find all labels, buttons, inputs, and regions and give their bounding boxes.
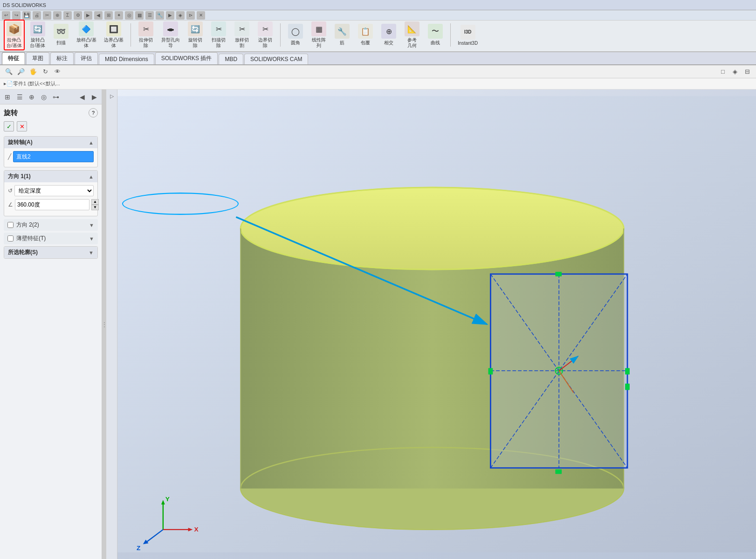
panel-icon-tree[interactable]: ⊞	[2, 91, 13, 103]
rotation-axis-header[interactable]: 旋转轴(A) ▲	[4, 137, 97, 148]
revolve-cut-button[interactable]: 🔄 旋转切除	[185, 20, 206, 50]
panel-icon-list[interactable]: ☰	[14, 91, 25, 103]
angle-input[interactable]	[15, 199, 89, 210]
axis-line-icon: ╱	[8, 153, 11, 160]
tb-icon-12[interactable]: ✦	[115, 11, 123, 20]
boundary-cut-icon: ✂	[258, 21, 273, 36]
thin-feature-row[interactable]: 薄壁特征(T) ▼	[4, 233, 98, 244]
linear-pattern-button[interactable]: ▦ 线性阵列	[309, 20, 329, 50]
angle-increment-btn[interactable]: ▲	[91, 199, 99, 205]
pan-btn[interactable]: 🖐	[28, 67, 38, 77]
wrap-icon: 📋	[358, 24, 373, 39]
axis-input[interactable]	[13, 151, 94, 162]
direction2-row[interactable]: 方向 2(2) ▼	[4, 219, 98, 231]
toolbar-main-row: 📦 拉伸凸台/基体 🔄 旋转凸台/基体 ➿ 扫描 🔷 放样凸/基体 🔲 边界凸/…	[0, 21, 756, 49]
boundary-cut-button[interactable]: ✂ 边界切除	[255, 20, 275, 50]
tab-sketch[interactable]: 草图	[26, 52, 49, 64]
confirm-button[interactable]: ✓	[4, 121, 14, 131]
sweep-button[interactable]: ➿ 扫描	[51, 22, 71, 48]
tb-icon-7[interactable]: Σ	[63, 11, 72, 20]
side-icon-1[interactable]: ▷	[107, 91, 117, 101]
rib-icon: 🔧	[335, 24, 350, 39]
tb-icon-4[interactable]: 🖨	[33, 11, 41, 20]
toolbar-row1: ↩ ↪ 💾 🖨 ✂ ⊕ Σ ⚙ ▶ ◀ ⊞ ✦ ◎ ▦ ☰ 🔧 ▶ ◈ ⊳ ✕	[0, 10, 756, 21]
tb-icon-3[interactable]: 💾	[22, 11, 31, 20]
lofted-cut-button[interactable]: ✂ 放样切割	[232, 20, 252, 50]
instant3d-button[interactable]: I3D Instant3D	[455, 23, 480, 47]
viewport[interactable]: Rev	[117, 90, 756, 559]
curves-button[interactable]: 〜 曲线	[425, 22, 446, 48]
tb-icon-13[interactable]: ◎	[125, 11, 133, 20]
display-btn[interactable]: ◈	[730, 67, 740, 77]
tb-icon-8[interactable]: ⚙	[74, 11, 82, 20]
viewport-svg: Y X Z	[117, 90, 756, 559]
search-icon-btn[interactable]: 🔍	[4, 67, 14, 77]
panel-icon-view[interactable]: ◎	[38, 91, 49, 103]
tb-icon-2[interactable]: ↪	[12, 11, 21, 20]
tab-features[interactable]: 特征	[2, 52, 25, 64]
tab-evaluate[interactable]: 评估	[75, 52, 98, 64]
zoom-btn[interactable]: 🔎	[16, 67, 26, 77]
svg-text:Y: Y	[165, 496, 170, 503]
fillet-button[interactable]: ◯ 圆角	[285, 22, 306, 48]
side-panel-icons: ▷	[106, 90, 117, 559]
reference-geometry-label: 参考几何	[407, 37, 417, 48]
tb-icon-11[interactable]: ⊞	[104, 11, 113, 20]
extrude-boss-button[interactable]: 📦 拉伸凸台/基体	[4, 20, 25, 50]
direction1-header[interactable]: 方向 1(1) ▲	[4, 171, 97, 182]
tb-icon-18[interactable]: ◈	[176, 11, 185, 20]
rotate-panel: 旋转 ? ✓ ✕ 旋转轴(A) ▲ ╱	[0, 104, 102, 263]
view-mode-btn[interactable]: □	[718, 67, 728, 77]
tb-icon-5[interactable]: ✂	[43, 11, 51, 20]
tb-icon-10[interactable]: ◀	[94, 11, 103, 20]
hole-wizard-button[interactable]: 🕳 异型孔向导	[159, 20, 182, 50]
cancel-button[interactable]: ✕	[17, 121, 27, 131]
revolve-boss-button[interactable]: 🔄 旋转凸台/基体	[27, 20, 48, 50]
tb-icon-19[interactable]: ⊳	[186, 11, 195, 20]
tb-icon-17[interactable]: ▶	[166, 11, 174, 20]
depth-select[interactable]: 给定深度 两侧对称 成形到顶点	[14, 185, 94, 196]
toolbar-area: ↩ ↪ 💾 🖨 ✂ ⊕ Σ ⚙ ▶ ◀ ⊞ ✦ ◎ ▦ ☰ 🔧 ▶ ◈ ⊳ ✕ …	[0, 10, 756, 52]
tab-solidworks-addins[interactable]: SOLIDWORKS 插件	[155, 52, 218, 64]
rib-button[interactable]: 🔧 筋	[332, 22, 352, 48]
tb-icon-6[interactable]: ⊕	[53, 11, 62, 20]
tb-icon-1[interactable]: ↩	[2, 11, 10, 20]
section-view-btn[interactable]: ⊟	[742, 67, 752, 77]
intersect-button[interactable]: ⊕ 相交	[378, 22, 399, 48]
tab-mbd-dimensions[interactable]: MBD Dimensions	[99, 54, 154, 64]
tab-solidworks-cam[interactable]: SOLIDWORKS CAM	[244, 54, 308, 64]
direction2-checkbox[interactable]	[7, 222, 14, 228]
tab-mbd[interactable]: MBD	[219, 54, 243, 64]
panel-icon-settings[interactable]: ⊶	[50, 91, 62, 103]
panel-icon-prev[interactable]: ◀	[76, 91, 88, 103]
panel-icon-add[interactable]: ⊕	[26, 91, 37, 103]
selected-contours-header[interactable]: 所选轮廓(S) ▼	[4, 247, 97, 258]
view-btn[interactable]: 👁	[52, 67, 62, 77]
breadcrumb-path: 零件1 (默认<<默认...	[13, 80, 60, 87]
wrap-button[interactable]: 📋 包覆	[355, 22, 376, 48]
rotate-view-btn[interactable]: ↻	[40, 67, 50, 77]
reference-geometry-button[interactable]: 📐 参考几何	[402, 20, 422, 50]
tb-icon-16[interactable]: 🔧	[156, 11, 164, 20]
intersect-label: 相交	[384, 40, 393, 46]
tb-icon-20[interactable]: ✕	[197, 11, 205, 20]
svg-rect-16	[555, 469, 562, 474]
loft-boss-button[interactable]: 🔷 放样凸/基体	[74, 20, 99, 50]
angle-decrement-btn[interactable]: ▼	[91, 205, 99, 210]
rotate-panel-title: 旋转	[4, 109, 18, 117]
help-button[interactable]: ?	[89, 108, 98, 117]
svg-rect-17	[488, 368, 493, 374]
swept-cut-button[interactable]: ✂ 扫描切除	[208, 20, 229, 50]
tab-markup[interactable]: 标注	[50, 52, 74, 64]
tb-icon-9[interactable]: ▶	[84, 11, 92, 20]
direction1-section: 方向 1(1) ▲ ↺ 给定深度 两侧对称 成形到顶点 ∠	[4, 170, 98, 216]
extrude-cut-button[interactable]: ✂ 拉伸切除	[136, 20, 156, 50]
tb-icon-14[interactable]: ▦	[135, 11, 144, 20]
thin-feature-checkbox[interactable]	[7, 235, 14, 242]
panel-icon-next[interactable]: ▶	[89, 91, 100, 103]
boundary-boss-button[interactable]: 🔲 边界凸/基体	[102, 20, 126, 50]
axis-input-row: ╱	[8, 151, 94, 162]
resize-handle[interactable]	[103, 90, 106, 559]
tb-icon-15[interactable]: ☰	[145, 11, 154, 20]
part-icon: 📄	[7, 81, 13, 87]
